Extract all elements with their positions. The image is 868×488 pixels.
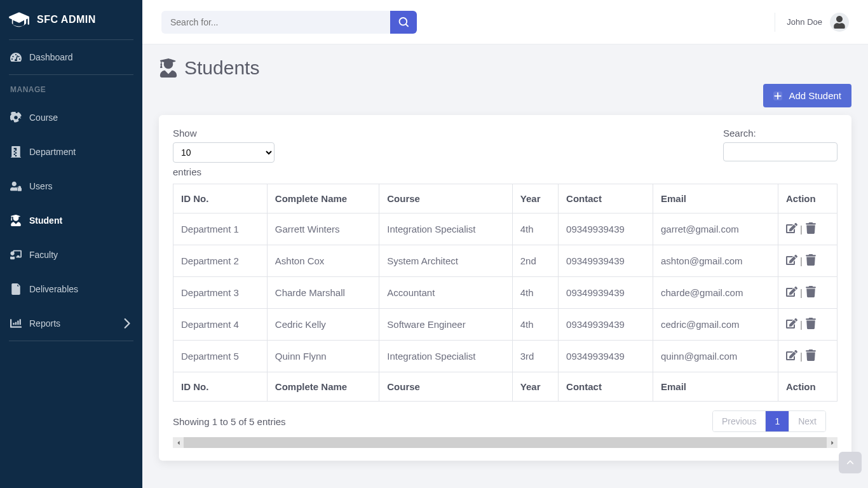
sidebar-section-manage: MANAGE: [0, 75, 142, 100]
plus-icon: [773, 92, 782, 100]
scroll-right-arrow[interactable]: [827, 437, 837, 448]
sidebar-item-deliverables[interactable]: Deliverables: [0, 272, 142, 306]
students-card: Show 10 entries Search: ID No.: [159, 115, 851, 461]
sidebar-item-label: Reports: [29, 318, 60, 329]
trash-icon[interactable]: [805, 222, 817, 236]
search-icon: [398, 17, 409, 27]
col-name[interactable]: Complete Name: [267, 184, 379, 214]
col-course[interactable]: Course: [379, 184, 512, 214]
main: John Doe Students Add Student: [142, 0, 868, 488]
triangle-right-icon: [830, 440, 835, 445]
sidebar-item-label: Student: [29, 215, 62, 226]
entries-label: entries: [173, 166, 275, 177]
chevron-up-icon: [846, 458, 855, 467]
cell-name: Charde Marshall: [267, 277, 379, 309]
table-search-input[interactable]: [723, 142, 837, 161]
user-menu[interactable]: John Doe: [775, 13, 849, 32]
brand-label: SFC ADMIN: [37, 14, 96, 25]
trash-icon[interactable]: [805, 286, 817, 299]
col-contact[interactable]: Contact: [559, 184, 653, 214]
sidebar-item-label: Users: [29, 181, 53, 191]
length-select[interactable]: 10: [173, 142, 275, 163]
sidebar-item-users[interactable]: Users: [0, 169, 142, 203]
sidebar-item-course[interactable]: Course: [0, 100, 142, 135]
tachometer-icon: [10, 51, 22, 63]
sidebar-item-department[interactable]: Department: [0, 135, 142, 169]
cell-year: 3rd: [512, 341, 558, 372]
cell-contact: 09349939439: [559, 309, 653, 341]
action-separator: |: [800, 255, 803, 266]
sidebar-item-label: Dashboard: [29, 52, 73, 62]
user-graduate-icon: [159, 58, 178, 78]
trash-icon[interactable]: [805, 349, 817, 363]
table-search-label: Search:: [723, 128, 756, 139]
sidebar-item-faculty[interactable]: Faculty: [0, 238, 142, 272]
footcol-year: Year: [512, 372, 558, 402]
chevron-right-icon: [121, 318, 132, 329]
footcol-contact: Contact: [559, 372, 653, 402]
page-next[interactable]: Next: [789, 411, 825, 431]
cell-year: 4th: [512, 214, 558, 245]
col-id[interactable]: ID No.: [173, 184, 268, 214]
students-table: ID No. Complete Name Course Year Contact…: [173, 184, 837, 402]
page-1[interactable]: 1: [766, 411, 789, 431]
trash-icon[interactable]: [805, 254, 817, 268]
page-prev[interactable]: Previous: [713, 411, 766, 431]
search-button[interactable]: [390, 11, 417, 34]
cell-name: Cedric Kelly: [267, 309, 379, 341]
action-separator: |: [800, 351, 803, 362]
scroll-to-top-button[interactable]: [839, 452, 862, 473]
scroll-left-arrow[interactable]: [173, 437, 184, 448]
cell-year: 2nd: [512, 245, 558, 277]
edit-icon[interactable]: [786, 349, 797, 363]
show-label: Show: [173, 128, 197, 139]
file-icon: [10, 283, 22, 295]
horizontal-scrollbar[interactable]: [173, 437, 837, 448]
trash-icon[interactable]: [805, 318, 817, 331]
col-email[interactable]: Email: [653, 184, 778, 214]
sidebar-item-reports[interactable]: Reports: [0, 306, 142, 341]
edit-icon[interactable]: [786, 254, 797, 268]
sidebar: SFC ADMIN Dashboard MANAGE Course Depart…: [0, 0, 142, 488]
sidebar-item-student[interactable]: Student: [0, 203, 142, 238]
cell-id: Department 5: [173, 341, 268, 372]
sidebar-item-label: Course: [29, 112, 58, 123]
footcol-email: Email: [653, 372, 778, 402]
col-action[interactable]: Action: [778, 184, 837, 214]
triangle-left-icon: [176, 440, 181, 445]
footcol-action: Action: [778, 372, 837, 402]
footcol-id: ID No.: [173, 372, 268, 402]
cell-year: 4th: [512, 309, 558, 341]
footcol-name: Complete Name: [267, 372, 379, 402]
table-row: Department 5Quinn FlynnIntegration Speci…: [173, 341, 837, 372]
cell-name: Ashton Cox: [267, 245, 379, 277]
building-icon: [10, 146, 22, 158]
cell-course: Integration Specialist: [379, 341, 512, 372]
cell-name: Quinn Flynn: [267, 341, 379, 372]
cell-name: Garrett Winters: [267, 214, 379, 245]
col-year[interactable]: Year: [512, 184, 558, 214]
avatar: [830, 13, 849, 32]
action-separator: |: [800, 224, 803, 234]
add-student-button[interactable]: Add Student: [763, 84, 851, 107]
cell-contact: 09349939439: [559, 214, 653, 245]
username-label: John Doe: [787, 17, 822, 27]
sidebar-item-dashboard[interactable]: Dashboard: [0, 40, 142, 74]
cell-year: 4th: [512, 277, 558, 309]
search-input[interactable]: [161, 11, 390, 34]
user-lock-icon: [10, 180, 22, 192]
cog-icon: [10, 112, 22, 123]
chalkboard-teacher-icon: [10, 249, 22, 261]
cell-email: quinn@gmail.com: [653, 341, 778, 372]
edit-icon[interactable]: [786, 318, 797, 331]
cell-contact: 09349939439: [559, 245, 653, 277]
chart-bar-icon: [10, 318, 22, 329]
footcol-course: Course: [379, 372, 512, 402]
cell-contact: 09349939439: [559, 341, 653, 372]
cell-email: cedric@gmail.com: [653, 309, 778, 341]
edit-icon[interactable]: [786, 286, 797, 299]
table-info: Showing 1 to 5 of 5 entries: [173, 416, 286, 427]
edit-icon[interactable]: [786, 222, 797, 236]
action-separator: |: [800, 287, 803, 298]
brand[interactable]: SFC ADMIN: [0, 0, 142, 39]
